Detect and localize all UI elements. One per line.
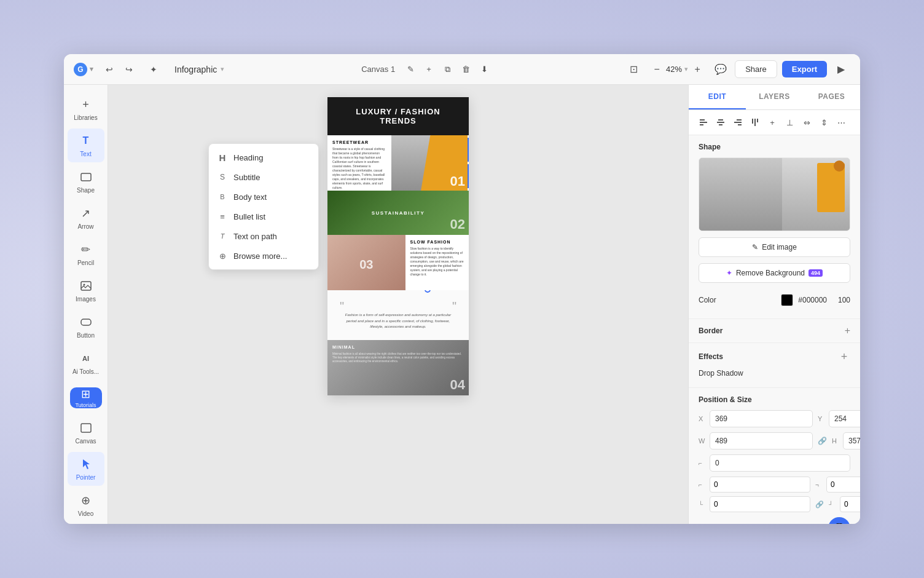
bullet-list-label: Bullet list [233,212,265,221]
zoom-in-button[interactable]: + [691,63,704,76]
streetwear-title: STREETWEAR [332,140,386,144]
ai-chat-button[interactable]: 💬 [828,517,850,524]
tab-edit[interactable]: EDIT [689,85,746,109]
sidebar-item-images[interactable]: Images [68,274,104,307]
dropdown-item-browse-more[interactable]: ⊕ Browse more... [209,246,318,266]
export-button[interactable]: Export [782,61,827,77]
remove-bg-icon: ✦ [726,269,732,277]
tab-pages[interactable]: PAGES [803,85,860,109]
link-dimensions-icon[interactable]: 🔗 [818,437,827,445]
canvas-add-button[interactable]: + [421,61,437,77]
distribute-v-button[interactable]: ⇕ [816,115,831,130]
radius-input-group: ⌐ [699,454,850,472]
svg-rect-0 [81,173,91,181]
align-middle-button[interactable]: + [765,115,780,130]
distribute-h-button[interactable]: ⇔ [799,115,814,130]
body-text-label: Body text [233,192,267,202]
minimal-number: 04 [450,377,465,393]
app-logo[interactable]: G ▾ [74,63,93,76]
effects-title: Effects [699,352,723,361]
redo-button[interactable]: ↪ [120,61,138,78]
sidebar-item-pointer[interactable]: Pointer [68,452,104,486]
border-section-row[interactable]: Border + [689,319,860,343]
comment-button[interactable]: 💬 [711,60,730,79]
link-corner-icon[interactable]: 🔗 [815,501,824,509]
sidebar-item-canvas[interactable]: Canvas [68,416,104,449]
tutorials-button[interactable]: ⊞ Tutorials [70,387,102,408]
svg-rect-13 [734,122,742,123]
dropdown-item-body-text[interactable]: B Body text [209,187,318,207]
svg-rect-1 [81,282,91,290]
svg-rect-14 [738,124,742,125]
canvas-edit-button[interactable]: ✎ [402,61,418,77]
zoom-value: 42% [666,65,682,74]
canvas-copy-button[interactable]: ⧉ [439,61,455,77]
preview-building-walls [699,158,782,231]
zoom-out-button[interactable]: − [650,63,664,76]
corner-bl-input[interactable] [710,496,810,512]
infographic-canvas: LUXURY / FASHION TRENDS STREETWEAR Stree… [327,97,469,395]
border-add-icon: + [845,325,850,336]
sidebar-item-text[interactable]: T Text [68,129,104,162]
align-right-button[interactable] [730,115,745,130]
sidebar-item-libraries[interactable]: + Libraries [68,92,104,126]
undo-button[interactable]: ↩ [101,61,118,78]
canvas-download-button[interactable]: ⬇ [476,61,492,77]
video-icon: ⊕ [79,493,93,508]
corner-br-input[interactable] [840,496,860,512]
sidebar-item-shape[interactable]: Shape [68,165,104,199]
frame-button[interactable]: ⊡ [624,60,643,79]
sidebar-item-button[interactable]: Button [68,310,104,344]
text-icon: T [79,133,93,148]
sidebar-item-arrow[interactable]: ↗ Arrow [68,201,104,235]
corner-br-icon: ┘ [829,501,837,508]
w-label: W [699,437,707,445]
canvas-controls: ✎ + ⧉ 🗑 ⬇ [402,61,492,77]
tab-layers[interactable]: LAYERS [746,85,803,109]
corner-tl-input[interactable] [710,477,810,493]
edit-image-button[interactable]: ✎ Edit image [699,237,850,257]
shape-label: Shape [77,187,95,194]
more-align-button[interactable]: ⋯ [834,115,848,130]
sustainability-bg: SUSTAINABILITY 02 [327,191,469,235]
corner-tr-input[interactable] [826,477,860,493]
sidebar-item-video[interactable]: ⊕ Video [68,488,104,522]
dropdown-item-bullet-list[interactable]: ≡ Bullet list [209,207,318,226]
align-top-button[interactable] [748,115,762,130]
align-bottom-button[interactable]: ⊥ [782,115,797,130]
browse-more-label: Browse more... [233,251,287,261]
undo-redo-group: ↩ ↪ [101,61,138,78]
drop-shadow-label: Drop Shadow [699,369,743,378]
share-button[interactable]: Share [735,60,777,78]
dropdown-item-text-on-path[interactable]: T Text on path [209,226,318,246]
right-panel: EDIT LAYERS PAGES + ⊥ [688,85,860,524]
dropdown-item-subtitle[interactable]: S Subtitle [209,167,318,187]
radius-input[interactable] [710,454,850,472]
svg-rect-8 [700,124,703,125]
align-left-button[interactable] [696,115,711,130]
dropdown-item-heading[interactable]: H Heading [209,148,318,167]
x-label: X [699,415,707,422]
svg-rect-6 [700,119,705,121]
h-input[interactable] [843,432,860,449]
sidebar-item-pencil[interactable]: ✏ Pencil [68,237,104,271]
effects-header: Effects + [699,350,850,363]
remove-background-button[interactable]: ✦ Remove Background 494 [699,263,850,283]
preview-person-head [834,160,845,172]
magic-wand-button[interactable]: ✦ [145,61,162,78]
slow-fashion-body: Slow fashion is a way to identify soluti… [410,247,464,277]
sidebar-item-ai-tools[interactable]: AI Ai Tools... [68,346,104,380]
arrow-icon: ↗ [79,206,93,221]
canvas-area[interactable]: LUXURY / FASHION TRENDS STREETWEAR Stree… [108,85,688,524]
corner-top-row: ⌐ ¬ [699,477,850,493]
effects-add-button[interactable]: + [838,350,850,363]
play-button[interactable]: ▶ [832,60,850,79]
canvas-delete-button[interactable]: 🗑 [458,61,474,77]
x-input[interactable] [710,410,813,427]
w-input[interactable] [710,432,813,449]
align-center-h-button[interactable] [713,115,728,130]
document-name[interactable]: Infographic ▾ [170,62,229,77]
ai-tools-icon: AI [79,351,93,366]
y-input[interactable] [829,410,860,427]
color-swatch[interactable] [781,294,793,306]
